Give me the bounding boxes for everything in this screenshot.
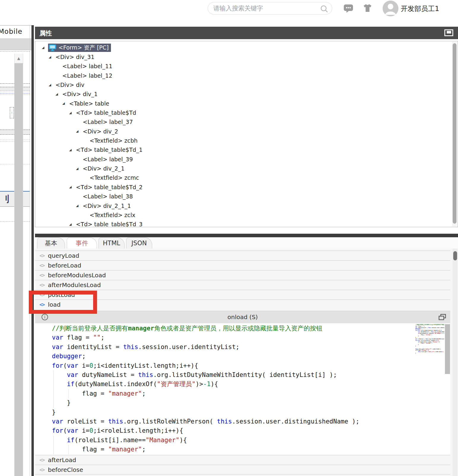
event-row-beforeClose[interactable]: <>beforeClose	[35, 465, 450, 475]
code-line[interactable]: var dutyNameList = this.org.listDutyName…	[52, 370, 450, 380]
search-input[interactable]	[208, 2, 332, 14]
code-line[interactable]: flag = "manager";	[52, 445, 450, 454]
code-line[interactable]: var identityList = this.session.user.ide…	[52, 343, 450, 352]
events-scrollbar[interactable]	[453, 249, 457, 476]
tree-node-content[interactable]: <Label> label_12	[62, 72, 115, 79]
tab-JSON[interactable]: JSON	[126, 237, 152, 249]
expander-icon[interactable]: ◢	[42, 46, 46, 50]
tree-node-content[interactable]: <Div> div_31	[55, 53, 97, 61]
tree-node-content[interactable]: <Td> table_table$Td_2	[75, 184, 145, 191]
restore-code-icon[interactable]	[438, 314, 446, 322]
tree-node-content[interactable]: <Div> div_2	[82, 128, 120, 135]
tree-node[interactable]: ◢<Form> 资产 [PC]	[35, 43, 458, 52]
tree-node-content[interactable]: <Label> label_11	[62, 63, 115, 70]
tab-基本[interactable]: 基本	[37, 237, 65, 249]
code-line[interactable]: var roleList = this.org.listRoleWithPers…	[52, 417, 450, 426]
tree-node-content[interactable]: <Label> label_37	[82, 118, 135, 125]
expander-icon[interactable]: ◢	[69, 185, 74, 189]
scroll-up-icon[interactable]: ▲	[15, 54, 23, 63]
code-minimap[interactable]: //判断当前登录人是否拥有manager角色或者是资产管理员，用以显示或隐藏批量…	[415, 324, 444, 375]
editor-scrollbar-thumb[interactable]	[445, 324, 450, 374]
message-icon[interactable]	[344, 4, 354, 15]
event-row-postLoad[interactable]: <>postLoad	[35, 290, 450, 300]
expander-icon[interactable]: ◢	[49, 55, 53, 59]
tree-node-content[interactable]: <Div> div_1	[62, 90, 100, 98]
tree-node-content[interactable]: <Table> table	[69, 100, 112, 107]
expander-icon[interactable]: ◢	[76, 167, 80, 171]
code-line[interactable]: }	[52, 408, 450, 417]
tree-node[interactable]: ◢<Textfield> zcbh	[35, 136, 458, 145]
code-line[interactable]: var flag = "";	[52, 333, 450, 342]
expander-icon[interactable]: ◢	[69, 111, 74, 115]
canvas-widget[interactable]: ⁞	[10, 107, 14, 118]
panel-splitter[interactable]	[31, 25, 34, 476]
event-row-afterModulesLoad[interactable]: <>afterModulesLoad	[35, 280, 450, 290]
tree-node-selected[interactable]: <Form> 资产 [PC]	[48, 44, 111, 52]
tree-scrollbar[interactable]	[452, 42, 457, 227]
tree-node[interactable]: ◢<Table> table	[35, 99, 458, 108]
tree-node-label: <Div> div_31	[55, 54, 94, 60]
tree-node-content[interactable]: <Div> div_2_1_1	[82, 202, 133, 209]
tree-node-content[interactable]: <Td> table_table$Td	[75, 109, 139, 116]
code-line[interactable]: debugger;	[52, 352, 450, 361]
expander-icon[interactable]: ◢	[76, 129, 80, 133]
tree-node-content[interactable]: <Textfield> zclx	[89, 211, 138, 219]
event-row-queryLoad[interactable]: <>queryLoad	[35, 251, 450, 260]
tree-node[interactable]: ◢<Td> table_table$Td_3	[35, 220, 458, 227]
tree-node[interactable]: ◢<Div> div_1	[35, 90, 458, 99]
code-line[interactable]: for(var i=0;i<identityList.length;i++){	[52, 361, 450, 370]
expander-icon[interactable]: ◢	[69, 222, 74, 226]
tree-node-content[interactable]: <Td> table_table$Td_3	[75, 221, 145, 227]
tree-node[interactable]: ◢<Div> div_2	[35, 127, 458, 136]
tree-scrollbar-thumb[interactable]	[453, 43, 457, 224]
tree-node[interactable]: ◢<Td> table_table$Td_2	[35, 182, 458, 192]
tree-node-content[interactable]: <Div> div_2_1	[82, 165, 127, 172]
tree-node[interactable]: ◢<Label> label_12	[35, 71, 458, 80]
tree-node[interactable]: ◢<Label> label_38	[35, 192, 458, 201]
garment-icon[interactable]	[363, 3, 372, 14]
code-line[interactable]: //判断当前登录人是否拥有manager角色或者是资产管理员，用以显示或隐藏批量…	[52, 324, 450, 333]
expander-icon[interactable]: ◢	[55, 92, 60, 96]
event-row-beforeLoad[interactable]: <>beforeLoad	[35, 260, 450, 270]
canvas-scrollbar[interactable]: ▲	[14, 54, 23, 476]
search-icon[interactable]	[320, 5, 328, 14]
event-row-load[interactable]: <>load	[35, 300, 450, 309]
event-row-afterLoad[interactable]: <>afterLoad	[35, 455, 450, 465]
tree-node-content[interactable]: <Div> div	[55, 81, 87, 88]
tree-node[interactable]: ◢<Label> label_11	[35, 62, 458, 71]
expander-icon[interactable]: ◢	[49, 83, 53, 87]
tree-node[interactable]: ◢<Textfield> zclx	[35, 210, 458, 219]
tab-mobile[interactable]: Mobile	[0, 28, 22, 35]
tree-node-content[interactable]: <Textfield> zcbh	[89, 137, 140, 144]
canvas-scrollbar-thumb[interactable]	[15, 63, 23, 476]
avatar[interactable]	[383, 1, 398, 16]
code-line[interactable]: }	[52, 398, 450, 407]
tree-node-content[interactable]: <Textfield> zcmc	[89, 174, 141, 181]
tree-node[interactable]: ◢<Div> div_31	[35, 52, 458, 61]
code-line[interactable]: if(dutyNameList.indexOf("资产管理员")>-1){	[52, 380, 450, 389]
tab-HTML[interactable]: HTML	[98, 237, 125, 249]
tab-事件[interactable]: 事件	[67, 237, 97, 249]
expander-icon[interactable]: ◢	[69, 148, 74, 152]
tree-node[interactable]: ◢<Div> div_2_1	[35, 164, 458, 173]
tree-node-content[interactable]: <Label> label_39	[82, 156, 135, 163]
expander-icon[interactable]: ◢	[62, 101, 67, 105]
code-line[interactable]: if(roleList[i].name=="Manager"){	[52, 436, 450, 445]
code-line[interactable]: flag = "manager";	[52, 389, 450, 398]
window-restore-icon[interactable]	[444, 29, 453, 36]
tree-node-content[interactable]: <Td> table_table$Td_1	[75, 146, 145, 153]
code-line[interactable]: for(var i=0;i<roleList.length;i++){	[52, 426, 450, 435]
tree-node[interactable]: ◢<Div> div	[35, 80, 458, 89]
tree-node[interactable]: ◢<Div> div_2_1_1	[35, 201, 458, 210]
tree-node[interactable]: ◢<Td> table_table$Td	[35, 108, 458, 117]
events-scrollbar-thumb[interactable]	[453, 251, 457, 260]
code-editor[interactable]: //判断当前登录人是否拥有manager角色或者是资产管理员，用以显示或隐藏批量…	[35, 323, 450, 455]
expander-icon[interactable]: ◢	[76, 204, 80, 208]
tree-node[interactable]: ◢<Textfield> zcmc	[35, 173, 458, 182]
tree-node-content[interactable]: <Label> label_38	[82, 193, 135, 200]
tree-node[interactable]: ◢<Label> label_39	[35, 155, 458, 164]
tree-node[interactable]: ◢<Label> label_37	[35, 117, 458, 127]
username[interactable]: 开发部员工1	[401, 4, 439, 13]
tree-node[interactable]: ◢<Td> table_table$Td_1	[35, 145, 458, 155]
event-row-beforeModulesLoad[interactable]: <>beforeModulesLoad	[35, 270, 450, 280]
